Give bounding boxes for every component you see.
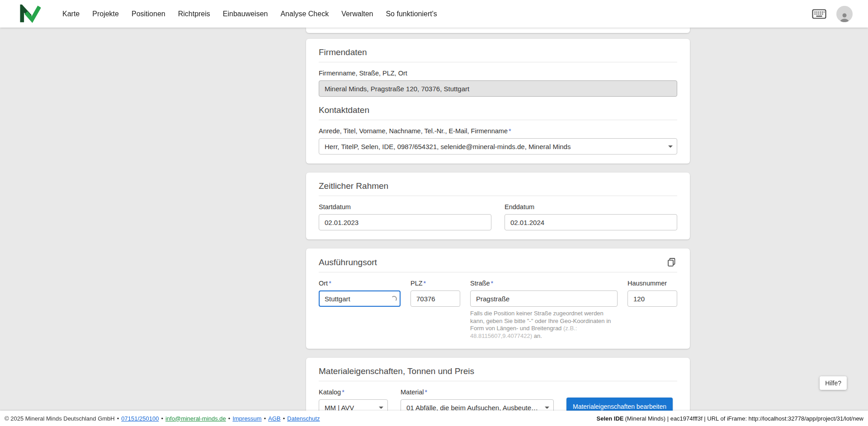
helper-suffix-text: an. <box>532 332 542 339</box>
plz-label-text: PLZ <box>410 280 423 287</box>
session-user-text: Selen IDE <box>597 415 624 422</box>
person-icon <box>839 12 850 22</box>
nav-item-richtpreis[interactable]: Richtpreis <box>178 10 210 18</box>
footer-separator: • <box>161 415 163 422</box>
phone-link[interactable]: 07151/250100 <box>121 415 159 422</box>
ort-field: Ort* <box>319 272 401 307</box>
contact-select-value: Herr, TitelP, Selen, IDE, 0987/654321, s… <box>325 143 571 150</box>
kontaktdaten-title: Kontaktdaten <box>319 105 677 116</box>
company-address-label: Firmenname, Straße, PLZ, Ort <box>319 69 677 77</box>
required-asterisk: * <box>491 280 494 287</box>
scrolled-card-remnant <box>306 28 690 33</box>
required-asterisk: * <box>329 280 331 287</box>
company-address-input <box>319 80 677 97</box>
startdatum-field: Startdatum <box>319 196 491 230</box>
ort-label-text: Ort <box>319 280 328 287</box>
page-footer: © 2025 Mineral Minds Deutschland GmbH • … <box>0 411 868 426</box>
company-address-label-text: Firmenname, Straße, PLZ, Ort <box>319 70 407 77</box>
material-select-value: 01 Abfälle, die beim Aufsuchen, Ausbeute… <box>406 404 542 412</box>
nav-item-positionen[interactable]: Positionen <box>132 10 165 18</box>
ort-input[interactable] <box>319 290 401 307</box>
required-asterisk: * <box>342 389 344 396</box>
nav-item-einbauweisen[interactable]: Einbauweisen <box>223 10 268 18</box>
katalog-label-text: Katalog <box>319 389 341 396</box>
helper-main-text: Falls die Position keiner Straße zugeord… <box>470 310 611 332</box>
session-info-text: (Mineral Minds) | eac1974fff3f | URL of … <box>625 415 863 422</box>
copyright-text: © 2025 Mineral Minds Deutschland GmbH <box>5 415 115 422</box>
strasse-helper-text: Falls die Position keiner Straße zugeord… <box>470 310 618 340</box>
contact-label: Anrede, Titel, Vorname, Nachname, Tel.-N… <box>319 127 677 135</box>
ort-label: Ort* <box>319 279 401 287</box>
form-content: Firmendaten Firmenname, Straße, PLZ, Ort… <box>306 28 690 425</box>
impressum-link[interactable]: Impressum <box>232 415 261 422</box>
top-nav: Karte Projekte Positionen Richtpreis Ein… <box>0 0 868 28</box>
enddatum-field: Enddatum <box>505 196 677 230</box>
email-link[interactable]: info@mineral-minds.de <box>165 415 226 422</box>
brand-logo[interactable] <box>20 5 41 23</box>
required-asterisk: * <box>424 280 426 287</box>
footer-right: Selen IDE (Mineral Minds) | eac1974fff3f… <box>597 415 863 422</box>
zeitraum-title: Zeitlicher Rahmen <box>319 181 677 192</box>
dropdown-arrow-icon <box>668 145 673 148</box>
copy-address-button[interactable] <box>666 257 677 268</box>
hausnummer-field: Hausnummer <box>627 272 677 307</box>
startdatum-label: Startdatum <box>319 203 491 211</box>
main-nav: Karte Projekte Positionen Richtpreis Ein… <box>62 10 437 18</box>
enddatum-label: Enddatum <box>505 203 677 211</box>
hausnummer-input[interactable] <box>627 290 677 307</box>
footer-separator: • <box>228 415 231 422</box>
divider <box>319 120 677 120</box>
user-avatar[interactable] <box>836 6 853 22</box>
copy-icon <box>667 257 676 267</box>
datenschutz-link[interactable]: Datenschutz <box>287 415 320 422</box>
divider <box>319 62 677 62</box>
mineral-minds-logo-icon <box>20 5 41 23</box>
nav-right <box>812 6 868 22</box>
strasse-field: Straße* Falls die Position keiner Straße… <box>470 272 618 340</box>
strasse-label: Straße* <box>470 279 618 287</box>
contact-label-text: Anrede, Titel, Vorname, Nachname, Tel.-N… <box>319 127 508 135</box>
katalog-label: Katalog* <box>319 388 388 396</box>
hausnummer-label: Hausnummer <box>627 279 677 287</box>
keyboard-icon[interactable] <box>812 9 826 19</box>
material-label: Material* <box>401 388 554 396</box>
plz-field: PLZ* <box>410 272 460 307</box>
required-asterisk: * <box>425 389 428 396</box>
zeitlicher-rahmen-card: Zeitlicher Rahmen Startdatum Enddatum <box>306 173 690 239</box>
strasse-input[interactable] <box>470 290 618 307</box>
nav-item-projekte[interactable]: Projekte <box>92 10 119 18</box>
katalog-select-value: MM | AVV <box>325 404 354 412</box>
help-button[interactable]: Hilfe? <box>820 376 847 390</box>
required-asterisk: * <box>509 127 511 135</box>
loading-spinner-icon <box>391 296 397 302</box>
footer-separator: • <box>264 415 266 422</box>
dropdown-arrow-icon <box>379 407 383 409</box>
contact-select[interactable]: Herr, TitelP, Selen, IDE, 0987/654321, s… <box>319 138 677 154</box>
footer-left: © 2025 Mineral Minds Deutschland GmbH • … <box>5 415 320 422</box>
plz-input[interactable] <box>410 290 460 307</box>
dropdown-arrow-icon <box>545 407 549 409</box>
agb-link[interactable]: AGB <box>268 415 280 422</box>
strasse-label-text: Straße <box>470 280 490 287</box>
nav-item-verwalten[interactable]: Verwalten <box>341 10 373 18</box>
footer-separator: • <box>283 415 285 422</box>
nav-item-karte[interactable]: Karte <box>62 10 80 18</box>
ausfuehrungsort-title: Ausführungsort <box>319 257 377 268</box>
material-title: Materialeigenschaften, Tonnen und Preis <box>319 366 677 377</box>
startdatum-input[interactable] <box>319 214 491 230</box>
footer-separator: • <box>117 415 119 422</box>
material-label-text: Material <box>401 389 424 396</box>
ausfuehrungsort-card: Ausführungsort Ort* PLZ* <box>306 248 690 349</box>
firmendaten-title: Firmendaten <box>319 47 677 58</box>
firmendaten-card: Firmendaten Firmenname, Straße, PLZ, Ort… <box>306 39 690 164</box>
enddatum-input[interactable] <box>505 214 677 230</box>
plz-label: PLZ* <box>410 279 460 287</box>
nav-item-analyse-check[interactable]: Analyse Check <box>280 10 329 18</box>
nav-item-so-funktionierts[interactable]: So funktioniert's <box>386 10 437 18</box>
